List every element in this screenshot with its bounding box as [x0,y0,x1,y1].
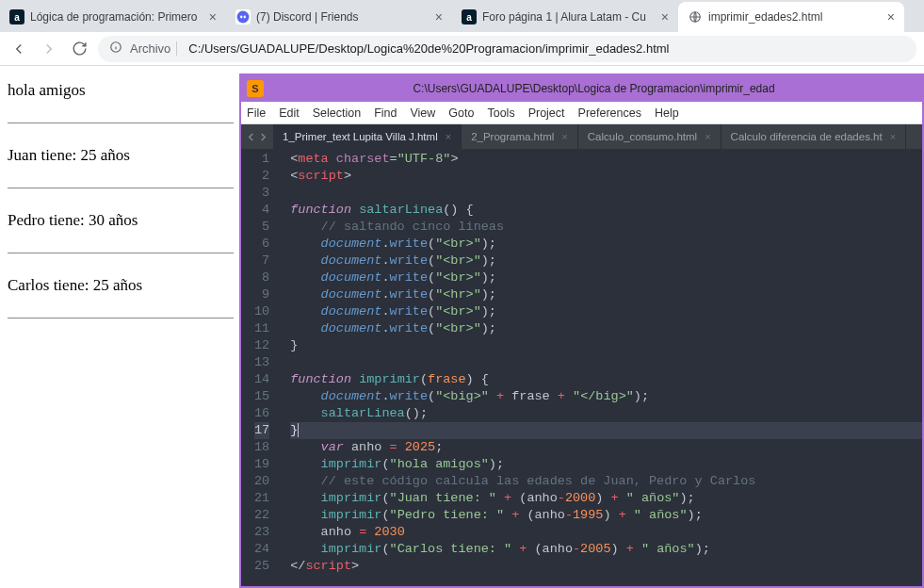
forward-button[interactable] [38,38,60,60]
code-line[interactable]: imprimir("Carlos tiene: " + (anho-2005) … [290,541,922,558]
line-number: 17 [254,422,269,439]
tab-title: Lógica de programación: Primero [30,10,203,24]
line-number: 10 [254,303,269,320]
line-number: 15 [254,388,269,405]
page-output: hola amigos Juan tiene: 25 años Pedro ti… [8,75,234,335]
back-button[interactable] [8,38,30,60]
output-line: Pedro tiene: 30 años [8,205,234,236]
close-icon[interactable]: × [435,9,443,24]
menu-item-project[interactable]: Project [528,106,565,120]
browser-tab[interactable]: a Foro página 1 | Alura Latam - Cu × [452,2,678,32]
tab-title: imprimir_edades2.html [708,10,882,24]
url-text: C:/Users/GUADALUPE/Desktop/Logica%20de%2… [188,41,669,56]
code-editor[interactable]: 1234567891011121314151617181920212223242… [241,149,922,586]
code-line[interactable]: var anho = 2025; [290,439,922,456]
code-line[interactable]: anho = 2030 [290,524,922,541]
favicon-alura: a [462,9,477,24]
editor-tab-label: 2_Programa.html [471,131,554,142]
divider [8,188,234,188]
code-line[interactable]: document.write("<br>"); [290,236,922,253]
code-line[interactable]: document.write("<br>"); [290,253,922,270]
code-line[interactable]: document.write("<big>" + frase + "</big>… [290,388,922,405]
line-number: 22 [254,507,269,524]
code-line[interactable]: saltarLinea(); [290,405,922,422]
line-number: 9 [254,286,269,303]
favicon-file [688,9,703,24]
divider [8,253,234,253]
menu-item-goto[interactable]: Goto [448,106,474,120]
line-number: 6 [254,236,269,253]
divider [8,318,234,318]
browser-tab[interactable]: a Lógica de programación: Primero × [0,2,226,32]
close-icon[interactable]: × [446,131,451,142]
editor-tab[interactable]: 1_Primer_text Lupita Villa J.html× [273,124,462,149]
line-number: 2 [254,168,269,185]
svg-point-2 [244,16,246,19]
close-icon[interactable]: × [705,131,710,142]
reload-button[interactable] [68,38,90,60]
line-number: 14 [254,371,269,388]
browser-toolbar: Archivo C:/Users/GUADALUPE/Desktop/Logic… [0,32,924,66]
svg-point-1 [240,16,242,19]
code-line[interactable]: document.write("<br>"); [290,320,922,337]
line-number: 4 [254,202,269,219]
line-number: 13 [254,354,269,371]
menu-item-selection[interactable]: Selection [313,106,361,120]
editor-tab[interactable]: Calculo_consumo.html× [578,124,721,149]
close-icon[interactable]: × [561,131,567,142]
code-line[interactable]: imprimir("Juan tiene: " + (anho-2000) + … [290,490,922,507]
tab-title: (7) Discord | Friends [256,10,430,24]
info-icon[interactable] [109,41,122,57]
code-line[interactable] [290,185,922,202]
tab-nav-arrows[interactable] [241,124,273,149]
line-number: 21 [254,490,269,507]
menu-item-preferences[interactable]: Preferences [578,106,641,120]
line-number: 20 [254,473,269,490]
code-area[interactable]: <meta charset="UTF-8"><script> function … [279,149,922,586]
code-line[interactable]: imprimir("Pedro tiene: " + (anho-1995) +… [290,507,922,524]
code-line[interactable]: // este código calcula las edades de Jua… [290,473,922,490]
code-line[interactable] [290,354,922,371]
code-line[interactable]: document.write("<br>"); [290,270,922,286]
code-line[interactable]: function saltarLinea() { [290,202,922,219]
line-number: 1 [254,151,269,168]
code-line[interactable]: document.write("<br>"); [290,303,922,320]
code-line[interactable]: imprimir("hola amigos"); [290,456,922,473]
browser-tab[interactable]: (7) Discord | Friends × [226,2,452,32]
code-line[interactable]: } [290,422,922,439]
close-icon[interactable]: × [890,131,896,142]
line-number: 8 [254,270,269,286]
editor-tab[interactable]: 2_Programa.html× [462,124,578,149]
menu-item-help[interactable]: Help [655,106,679,120]
menu-item-edit[interactable]: Edit [279,106,300,120]
editor-tab-label: 1_Primer_text Lupita Villa J.html [283,131,438,142]
code-line[interactable]: <meta charset="UTF-8"> [290,151,922,168]
divider [8,122,234,123]
menu-item-find[interactable]: Find [374,106,397,120]
line-number: 3 [254,185,269,202]
code-line[interactable]: document.write("<hr>"); [290,286,922,303]
sublime-window: S C:\Users\GUADALUPE\Desktop\Logica de P… [239,74,924,588]
editor-tab[interactable]: Calculo diferencia de edades.ht× [721,124,907,149]
code-line[interactable]: </script> [290,558,922,575]
menu-item-view[interactable]: View [410,106,435,120]
code-line[interactable]: <script> [290,168,922,185]
sublime-menubar: FileEditSelectionFindViewGotoToolsProjec… [241,102,922,124]
output-line: Juan tiene: 25 años [8,140,234,171]
close-icon[interactable]: × [661,9,669,24]
code-line[interactable]: } [290,337,922,354]
url-scheme: Archivo [130,41,177,56]
line-number: 12 [254,337,269,354]
sublime-icon: S [247,80,264,97]
code-line[interactable]: // saltando cinco lineas [290,219,922,236]
menu-item-tools[interactable]: Tools [487,106,514,120]
line-number: 7 [254,253,269,270]
line-number: 19 [254,456,269,473]
sublime-titlebar[interactable]: S C:\Users\GUADALUPE\Desktop\Logica de P… [241,75,922,102]
browser-tab-active[interactable]: imprimir_edades2.html × [678,2,904,32]
address-bar[interactable]: Archivo C:/Users/GUADALUPE/Desktop/Logic… [98,36,916,62]
close-icon[interactable]: × [209,9,217,24]
menu-item-file[interactable]: File [247,106,266,120]
code-line[interactable]: function imprimir(frase) { [290,371,922,388]
close-icon[interactable]: × [887,9,895,24]
